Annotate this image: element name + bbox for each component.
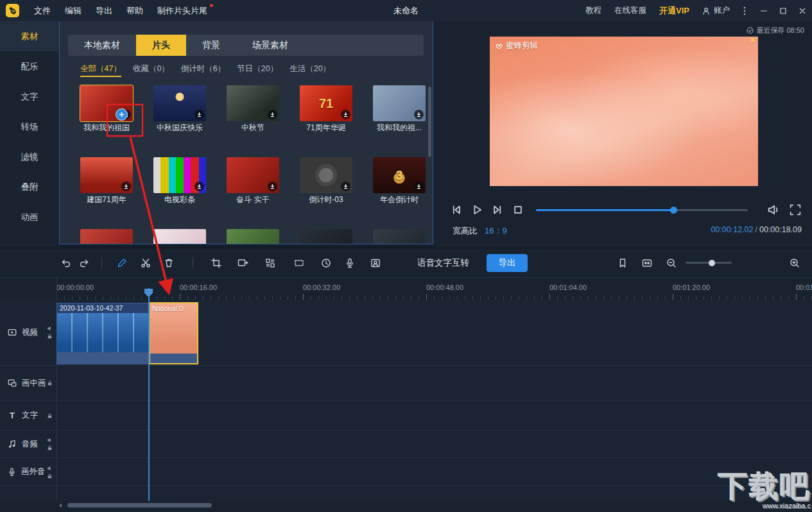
add-picture-icon[interactable] <box>237 257 248 269</box>
sidebar-item-filters[interactable]: 滤镜 <box>0 142 59 172</box>
redo-icon[interactable] <box>78 257 90 269</box>
material-thumbnail[interactable] <box>80 85 133 121</box>
material-item-3[interactable]: 中秋节 <box>227 85 279 133</box>
material-item-12-partial[interactable] <box>153 229 206 244</box>
menu-file[interactable]: 文件 <box>27 0 58 21</box>
material-item-2[interactable]: 中秋国庆快乐 <box>153 85 206 133</box>
menu-help[interactable]: 帮助 <box>119 0 150 21</box>
zoom-slider-handle[interactable] <box>709 260 715 266</box>
crop-icon[interactable] <box>211 257 222 269</box>
material-thumbnail[interactable] <box>153 157 206 193</box>
seek-handle[interactable] <box>670 207 677 214</box>
lock-icon[interactable] <box>47 380 53 386</box>
sidebar-item-overlays[interactable]: 叠附 <box>0 172 59 202</box>
mute-icon[interactable] <box>47 438 53 443</box>
zoom-out-icon[interactable] <box>666 257 677 269</box>
filter-favorites[interactable]: 收藏（0） <box>133 64 169 77</box>
audio-track-row[interactable]: 音频 <box>0 431 812 458</box>
lock-icon[interactable] <box>47 445 53 451</box>
download-icon[interactable] <box>341 182 350 191</box>
material-thumbnail[interactable] <box>153 85 206 121</box>
next-frame-button[interactable] <box>490 203 505 217</box>
download-icon[interactable] <box>414 182 424 191</box>
download-icon[interactable] <box>268 110 277 119</box>
previous-frame-button[interactable] <box>449 203 463 217</box>
material-item-14-partial[interactable] <box>300 229 352 244</box>
material-thumbnail[interactable] <box>227 85 279 121</box>
lock-icon[interactable] <box>47 473 53 479</box>
close-button[interactable] <box>793 0 812 21</box>
tab-local-media[interactable]: 本地素材 <box>68 35 136 56</box>
watermark-close-icon[interactable] <box>750 37 756 42</box>
material-item-5[interactable]: 我和我的祖... <box>373 85 426 133</box>
mute-icon[interactable] <box>47 326 53 332</box>
video-preview-screen[interactable]: 蜜蜂剪辑 <box>490 37 758 186</box>
menu-intro-outro[interactable]: 制作片头片尾 <box>150 0 214 21</box>
speech-text-convert-button[interactable]: 语音文字互转 <box>417 257 469 269</box>
tab-intros[interactable]: 片头 <box>136 35 186 56</box>
material-item-1[interactable]: 我和我的祖国 <box>80 85 133 133</box>
material-item-8[interactable]: 奋斗 实干 <box>227 157 279 205</box>
account-button[interactable]: 账户 <box>696 5 735 16</box>
tab-backgrounds[interactable]: 背景 <box>186 35 236 56</box>
material-thumbnail[interactable] <box>227 229 279 244</box>
material-item-6[interactable]: 建国71周年 <box>80 157 133 205</box>
mute-icon[interactable] <box>47 465 53 471</box>
material-thumbnail[interactable] <box>300 229 352 244</box>
sidebar-item-animation[interactable]: 动画 <box>0 202 59 232</box>
stop-button[interactable] <box>511 203 525 217</box>
download-icon[interactable] <box>414 110 424 119</box>
menu-export[interactable]: 导出 <box>89 0 119 21</box>
material-item-7[interactable]: 电视彩条 <box>153 157 206 205</box>
export-button[interactable]: 导出 <box>487 254 528 272</box>
tab-scene-media[interactable]: 场景素材 <box>236 35 304 56</box>
fullscreen-icon[interactable] <box>788 203 802 217</box>
aspect-ratio-value[interactable]: 16：9 <box>485 225 507 237</box>
minimize-button[interactable] <box>754 0 773 21</box>
scroll-left-icon[interactable] <box>58 503 63 508</box>
vip-link[interactable]: 开通VIP <box>653 5 696 17</box>
download-icon[interactable] <box>121 182 131 191</box>
material-thumbnail[interactable] <box>373 229 426 244</box>
filter-countdown[interactable]: 倒计时（6） <box>181 64 225 77</box>
delete-icon[interactable] <box>163 257 175 269</box>
material-thumbnail[interactable] <box>80 229 133 244</box>
preview-seek-slider[interactable] <box>536 209 748 211</box>
timeline-clip-video-1[interactable]: 2020-11-03-10-42-37 <box>56 303 149 364</box>
pip-track-row[interactable]: 画中画 <box>0 366 812 401</box>
download-icon[interactable] <box>194 110 204 119</box>
voiceover-track-row[interactable]: 画外音 <box>0 458 812 486</box>
material-thumbnail[interactable]: 71 <box>300 85 352 121</box>
add-to-timeline-button[interactable] <box>116 108 128 121</box>
marker-icon[interactable] <box>617 257 628 269</box>
material-thumbnail[interactable] <box>153 229 206 244</box>
material-item-11-partial[interactable] <box>80 229 133 244</box>
material-thumbnail[interactable] <box>300 157 352 193</box>
material-item-9[interactable]: 倒计时-03 <box>300 157 352 205</box>
undo-icon[interactable] <box>60 257 72 269</box>
online-support-link[interactable]: 在线客服 <box>608 5 653 16</box>
sidebar-item-music[interactable]: 配乐 <box>0 51 59 81</box>
material-thumbnail[interactable] <box>80 157 133 193</box>
lock-icon[interactable] <box>47 413 53 418</box>
timeline-ruler[interactable]: 00:00:00.00 00:00:16.00 00:00:32.00 00:0… <box>0 277 812 300</box>
zoom-in-icon[interactable] <box>789 257 800 269</box>
more-menu-icon[interactable] <box>735 6 754 16</box>
material-item-4[interactable]: 71 71周年华诞 <box>300 85 352 133</box>
edit-icon[interactable] <box>116 257 128 269</box>
timeline-clip-video-2-selected[interactable]: National D <box>149 302 198 364</box>
menu-edit[interactable]: 编辑 <box>58 0 89 21</box>
portrait-icon[interactable] <box>370 257 381 269</box>
mosaic-icon[interactable] <box>264 257 276 269</box>
play-button[interactable] <box>470 203 484 217</box>
material-item-10[interactable]: 3 年会倒计时 <box>373 157 426 205</box>
filter-life[interactable]: 生活（20） <box>289 64 331 77</box>
material-item-15-partial[interactable] <box>373 229 426 244</box>
sidebar-item-media[interactable]: 素材 <box>0 21 59 51</box>
timeline-zoom-slider[interactable] <box>686 262 732 264</box>
volume-icon[interactable] <box>766 203 781 217</box>
download-icon[interactable] <box>194 182 204 191</box>
sidebar-item-transitions[interactable]: 转场 <box>0 112 59 142</box>
record-voice-icon[interactable] <box>344 257 356 269</box>
material-item-13-partial[interactable] <box>227 229 279 244</box>
